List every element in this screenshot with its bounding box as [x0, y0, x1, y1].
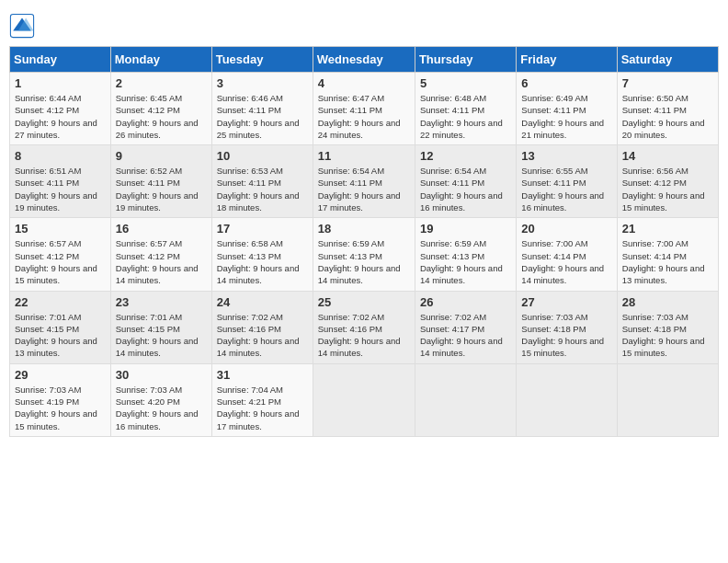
calendar-day-cell — [313, 363, 415, 436]
calendar-day-cell: 20Sunrise: 7:00 AMSunset: 4:14 PMDayligh… — [517, 218, 617, 291]
day-info: Sunrise: 6:47 AMSunset: 4:11 PMDaylight:… — [318, 92, 410, 141]
day-info: Sunrise: 7:03 AMSunset: 4:20 PMDaylight:… — [116, 384, 207, 432]
calendar-day-cell: 6Sunrise: 6:49 AMSunset: 4:11 PMDaylight… — [517, 73, 617, 145]
calendar-day-cell: 19Sunrise: 6:59 AMSunset: 4:13 PMDayligh… — [415, 218, 516, 291]
day-number: 25 — [318, 295, 410, 309]
day-info: Sunrise: 7:02 AMSunset: 4:16 PMDaylight:… — [217, 311, 308, 360]
day-of-week-header: Thursday — [415, 47, 516, 73]
day-info: Sunrise: 6:45 AMSunset: 4:12 PMDaylight:… — [116, 92, 207, 141]
day-number: 21 — [622, 222, 713, 236]
day-number: 28 — [622, 295, 713, 309]
page-header — [9, 9, 719, 39]
calendar-day-cell: 21Sunrise: 7:00 AMSunset: 4:14 PMDayligh… — [617, 218, 718, 291]
day-of-week-header: Tuesday — [211, 47, 313, 73]
calendar-day-cell: 17Sunrise: 6:58 AMSunset: 4:13 PMDayligh… — [211, 218, 313, 291]
day-number: 14 — [622, 149, 713, 163]
logo-icon — [9, 13, 35, 39]
day-number: 22 — [15, 295, 106, 309]
day-info: Sunrise: 6:59 AMSunset: 4:13 PMDaylight:… — [318, 237, 410, 286]
day-number: 4 — [318, 76, 410, 90]
calendar-week-row: 29Sunrise: 7:03 AMSunset: 4:19 PMDayligh… — [10, 363, 719, 436]
day-info: Sunrise: 6:59 AMSunset: 4:13 PMDaylight:… — [420, 237, 511, 286]
day-info: Sunrise: 6:48 AMSunset: 4:11 PMDaylight:… — [420, 92, 511, 141]
calendar-day-cell: 4Sunrise: 6:47 AMSunset: 4:11 PMDaylight… — [313, 73, 415, 145]
day-number: 6 — [521, 76, 611, 90]
calendar-week-row: 15Sunrise: 6:57 AMSunset: 4:12 PMDayligh… — [10, 218, 719, 291]
day-number: 17 — [217, 222, 308, 236]
day-number: 23 — [116, 295, 207, 309]
day-info: Sunrise: 7:03 AMSunset: 4:18 PMDaylight:… — [521, 311, 611, 360]
calendar-day-cell: 7Sunrise: 6:50 AMSunset: 4:11 PMDaylight… — [617, 73, 718, 145]
day-number: 1 — [15, 76, 106, 90]
calendar-day-cell: 1Sunrise: 6:44 AMSunset: 4:12 PMDaylight… — [10, 73, 111, 145]
day-info: Sunrise: 6:57 AMSunset: 4:12 PMDaylight:… — [15, 237, 106, 286]
calendar-day-cell: 3Sunrise: 6:46 AMSunset: 4:11 PMDaylight… — [211, 73, 313, 145]
day-number: 10 — [217, 149, 308, 163]
calendar-day-cell: 9Sunrise: 6:52 AMSunset: 4:11 PMDaylight… — [110, 145, 211, 218]
calendar-header-row: SundayMondayTuesdayWednesdayThursdayFrid… — [10, 47, 719, 73]
calendar-week-row: 8Sunrise: 6:51 AMSunset: 4:11 PMDaylight… — [10, 145, 719, 218]
day-of-week-header: Sunday — [10, 47, 111, 73]
calendar-day-cell: 28Sunrise: 7:03 AMSunset: 4:18 PMDayligh… — [617, 291, 718, 363]
day-number: 19 — [420, 222, 511, 236]
calendar-day-cell: 14Sunrise: 6:56 AMSunset: 4:12 PMDayligh… — [617, 145, 718, 218]
day-number: 31 — [217, 368, 308, 382]
calendar-table: SundayMondayTuesdayWednesdayThursdayFrid… — [9, 46, 719, 437]
day-number: 2 — [116, 76, 207, 90]
day-info: Sunrise: 6:58 AMSunset: 4:13 PMDaylight:… — [217, 237, 308, 286]
logo — [9, 9, 39, 39]
day-number: 29 — [15, 368, 106, 382]
calendar-day-cell: 2Sunrise: 6:45 AMSunset: 4:12 PMDaylight… — [110, 73, 211, 145]
calendar-day-cell: 24Sunrise: 7:02 AMSunset: 4:16 PMDayligh… — [211, 291, 313, 363]
day-number: 5 — [420, 76, 511, 90]
calendar-day-cell: 27Sunrise: 7:03 AMSunset: 4:18 PMDayligh… — [517, 291, 617, 363]
day-number: 3 — [217, 76, 308, 90]
day-info: Sunrise: 6:51 AMSunset: 4:11 PMDaylight:… — [15, 165, 106, 213]
day-of-week-header: Saturday — [617, 47, 718, 73]
day-number: 8 — [15, 149, 106, 163]
calendar-day-cell: 18Sunrise: 6:59 AMSunset: 4:13 PMDayligh… — [313, 218, 415, 291]
day-number: 27 — [521, 295, 611, 309]
calendar-day-cell: 15Sunrise: 6:57 AMSunset: 4:12 PMDayligh… — [10, 218, 111, 291]
calendar-day-cell: 30Sunrise: 7:03 AMSunset: 4:20 PMDayligh… — [110, 363, 211, 436]
calendar-day-cell: 22Sunrise: 7:01 AMSunset: 4:15 PMDayligh… — [10, 291, 111, 363]
day-number: 24 — [217, 295, 308, 309]
day-info: Sunrise: 7:00 AMSunset: 4:14 PMDaylight:… — [622, 237, 713, 286]
day-number: 18 — [318, 222, 410, 236]
calendar-day-cell: 10Sunrise: 6:53 AMSunset: 4:11 PMDayligh… — [211, 145, 313, 218]
day-number: 15 — [15, 222, 106, 236]
day-info: Sunrise: 6:52 AMSunset: 4:11 PMDaylight:… — [116, 165, 207, 213]
day-info: Sunrise: 6:56 AMSunset: 4:12 PMDaylight:… — [622, 165, 713, 213]
day-info: Sunrise: 6:55 AMSunset: 4:11 PMDaylight:… — [521, 165, 611, 213]
calendar-day-cell: 31Sunrise: 7:04 AMSunset: 4:21 PMDayligh… — [211, 363, 313, 436]
day-info: Sunrise: 6:49 AMSunset: 4:11 PMDaylight:… — [521, 92, 611, 141]
day-number: 11 — [318, 149, 410, 163]
day-number: 9 — [116, 149, 207, 163]
day-number: 30 — [116, 368, 207, 382]
day-info: Sunrise: 7:03 AMSunset: 4:19 PMDaylight:… — [15, 384, 106, 432]
day-info: Sunrise: 6:46 AMSunset: 4:11 PMDaylight:… — [217, 92, 308, 141]
calendar-day-cell: 29Sunrise: 7:03 AMSunset: 4:19 PMDayligh… — [10, 363, 111, 436]
day-info: Sunrise: 6:54 AMSunset: 4:11 PMDaylight:… — [420, 165, 511, 213]
day-number: 12 — [420, 149, 511, 163]
day-of-week-header: Wednesday — [313, 47, 415, 73]
calendar-day-cell: 11Sunrise: 6:54 AMSunset: 4:11 PMDayligh… — [313, 145, 415, 218]
day-number: 16 — [116, 222, 207, 236]
calendar-day-cell: 13Sunrise: 6:55 AMSunset: 4:11 PMDayligh… — [517, 145, 617, 218]
calendar-day-cell: 5Sunrise: 6:48 AMSunset: 4:11 PMDaylight… — [415, 73, 516, 145]
day-number: 7 — [622, 76, 713, 90]
day-number: 20 — [521, 222, 611, 236]
day-info: Sunrise: 7:04 AMSunset: 4:21 PMDaylight:… — [217, 384, 308, 432]
calendar-day-cell: 16Sunrise: 6:57 AMSunset: 4:12 PMDayligh… — [110, 218, 211, 291]
calendar-day-cell: 26Sunrise: 7:02 AMSunset: 4:17 PMDayligh… — [415, 291, 516, 363]
calendar-day-cell: 25Sunrise: 7:02 AMSunset: 4:16 PMDayligh… — [313, 291, 415, 363]
day-info: Sunrise: 6:50 AMSunset: 4:11 PMDaylight:… — [622, 92, 713, 141]
day-of-week-header: Friday — [517, 47, 617, 73]
day-info: Sunrise: 6:44 AMSunset: 4:12 PMDaylight:… — [15, 92, 106, 141]
day-of-week-header: Monday — [110, 47, 211, 73]
calendar-day-cell — [517, 363, 617, 436]
calendar-week-row: 22Sunrise: 7:01 AMSunset: 4:15 PMDayligh… — [10, 291, 719, 363]
day-info: Sunrise: 7:02 AMSunset: 4:17 PMDaylight:… — [420, 311, 511, 360]
day-info: Sunrise: 7:01 AMSunset: 4:15 PMDaylight:… — [15, 311, 106, 360]
day-info: Sunrise: 6:53 AMSunset: 4:11 PMDaylight:… — [217, 165, 308, 213]
